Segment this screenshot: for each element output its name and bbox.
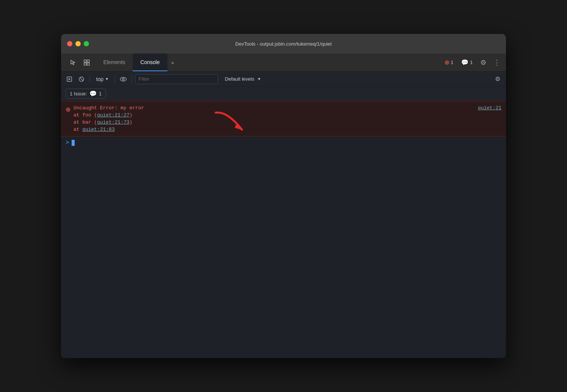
minimize-button[interactable] [75, 41, 81, 46]
error-content: ⊗ Uncaught Error: my error at foo (quiet… [66, 105, 475, 132]
toolbar-separator-3 [132, 75, 132, 83]
console-prompt: > [66, 139, 69, 146]
eye-icon-button[interactable] [118, 74, 129, 84]
inspect-icon[interactable] [81, 57, 93, 69]
issues-badge-button[interactable]: 1 Issue: 💬 1 [66, 89, 106, 99]
console-toolbar: top ▼ Default levels ▼ ⚙ [61, 72, 506, 87]
devtools-window: DevTools - output.jsbin.com/tukemeq/1/qu… [61, 34, 506, 358]
toolbar-separator [90, 75, 90, 83]
more-options-button[interactable]: ⋮ [491, 57, 503, 69]
svg-point-9 [123, 78, 124, 80]
titlebar: DevTools - output.jsbin.com/tukemeq/1/qu… [61, 34, 506, 54]
error-badge-button[interactable]: ⊗ 1 [441, 57, 457, 67]
tab-console[interactable]: Console [133, 54, 167, 71]
svg-rect-0 [84, 60, 86, 62]
svg-line-7 [80, 78, 83, 81]
svg-rect-2 [84, 63, 86, 65]
log-levels-dropdown[interactable]: Default levels ▼ [221, 75, 265, 83]
error-circle-icon: ⊗ [444, 59, 449, 66]
console-input-row: > [61, 136, 506, 149]
message-icon: 💬 [461, 59, 469, 66]
error-row: ⊗ Uncaught Error: my error at foo (quiet… [61, 101, 506, 136]
filter-input[interactable] [135, 74, 218, 84]
clear-console-button[interactable] [76, 74, 87, 84]
message-badge-button[interactable]: 💬 1 [458, 57, 476, 67]
tabbar: Elements Console » ⊗ 1 💬 1 ⚙ ⋮ [61, 54, 506, 72]
stack-link-1[interactable]: quiet:21:27 [97, 112, 129, 118]
chevron-down-icon-levels: ▼ [257, 77, 261, 81]
console-settings-button[interactable]: ⚙ [492, 74, 503, 84]
svg-rect-3 [87, 63, 89, 65]
error-text: Uncaught Error: my error at foo (quiet:2… [74, 105, 144, 132]
settings-button[interactable]: ⚙ [477, 57, 489, 69]
close-button[interactable] [67, 41, 72, 46]
run-button[interactable] [64, 74, 75, 84]
window-controls [67, 41, 89, 46]
tab-more-button[interactable]: » [167, 54, 178, 71]
error-stack-line-3: at quiet:21:83 [74, 127, 144, 132]
console-output[interactable]: ⊗ Uncaught Error: my error at foo (quiet… [61, 101, 506, 358]
error-stack-line-2: at bar (quiet:21:73) [74, 119, 144, 125]
error-main-message: Uncaught Error: my error [74, 105, 144, 111]
stack-link-3[interactable]: quiet:21:83 [82, 127, 115, 132]
select-element-icon[interactable] [67, 57, 79, 69]
error-source-link[interactable]: quiet:21 [478, 105, 501, 111]
chevron-down-icon: ▼ [105, 77, 109, 81]
svg-point-8 [120, 77, 126, 81]
toolbar-separator-2 [115, 75, 115, 83]
tab-right-actions: ⊗ 1 💬 1 ⚙ ⋮ [441, 54, 506, 71]
tab-elements[interactable]: Elements [96, 54, 133, 71]
devtools-panel-icons [64, 54, 96, 71]
error-stack-line-1: at foo (quiet:21:27) [74, 112, 144, 118]
svg-marker-5 [69, 78, 70, 80]
svg-rect-1 [87, 60, 89, 62]
issue-message-icon: 💬 [89, 90, 97, 97]
stack-link-2[interactable]: quiet:21:73 [97, 119, 129, 125]
maximize-button[interactable] [84, 41, 89, 46]
issues-bar: 1 Issue: 💬 1 [61, 87, 506, 101]
window-title: DevTools - output.jsbin.com/tukemeq/1/qu… [235, 41, 332, 47]
error-icon: ⊗ [66, 106, 70, 113]
context-selector[interactable]: top ▼ [93, 75, 112, 83]
console-cursor [72, 140, 75, 146]
